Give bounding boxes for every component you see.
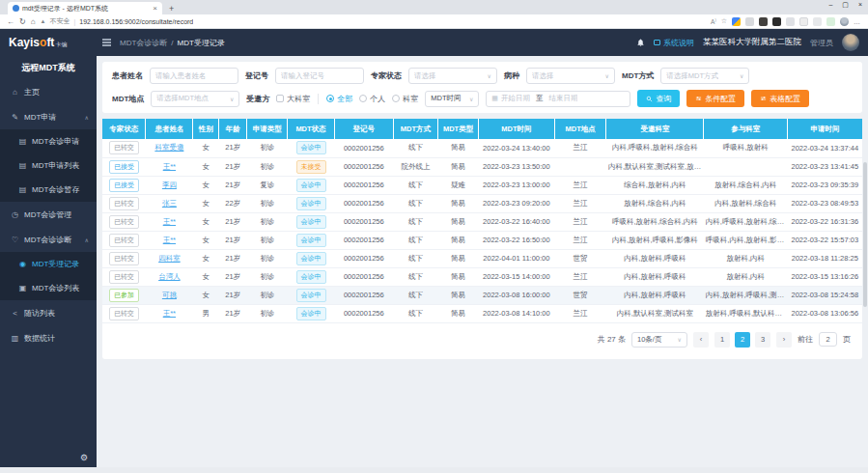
- page-button-2[interactable]: 2: [735, 332, 750, 348]
- favorite-star-icon[interactable]: ☆: [721, 17, 727, 25]
- user-avatar[interactable]: [842, 34, 859, 51]
- patient-name-link[interactable]: 王**: [163, 217, 176, 226]
- mdt-status-tag: 会诊中: [296, 234, 326, 247]
- mdt-place-select[interactable]: 请选择MDT地点∨: [151, 91, 239, 107]
- split-screen-icon[interactable]: [799, 17, 808, 26]
- table-row[interactable]: 已转交王**男21岁初诊会诊中0002001256线下简易2022-03-08 …: [102, 304, 862, 322]
- breadcrumb-current: MDT受理记录: [178, 38, 225, 48]
- system-help-link[interactable]: 系统说明: [654, 38, 694, 48]
- back-icon[interactable]: ←: [7, 17, 14, 26]
- scrollbar-thumb[interactable]: [863, 162, 867, 307]
- time-field-select[interactable]: MDT时间∨: [425, 91, 479, 107]
- goto-page-input[interactable]: [819, 332, 837, 347]
- extension-icon[interactable]: [732, 17, 741, 26]
- table-row[interactable]: 已转交科室受邀女21岁初诊会诊中0002001256线下简易2022-03-24…: [102, 139, 862, 157]
- page-size-select[interactable]: 10条/页∨: [631, 332, 687, 348]
- browser-essentials-icon[interactable]: [826, 17, 835, 26]
- table-row[interactable]: 已转交台湾人女21岁初诊会诊中0002001256线下简易2022-03-15 …: [102, 267, 862, 286]
- search-button[interactable]: 查询: [637, 90, 680, 107]
- bar-chart-icon: ▥: [11, 334, 19, 343]
- breadcrumb-parent[interactable]: MDT会诊诊断: [120, 38, 167, 48]
- table-row[interactable]: 已转交四科室女21岁初诊会诊中0002001256线下简易2022-04-01 …: [102, 249, 862, 267]
- extension-icon[interactable]: [745, 17, 754, 26]
- patient-name-link[interactable]: 四科室: [158, 254, 181, 263]
- sidebar-title: 远程MDT系统: [0, 56, 97, 79]
- sidebar-item-mdt-apply-list[interactable]: ▤ MDT申请列表: [0, 153, 97, 178]
- new-tab-button[interactable]: +: [169, 4, 174, 14]
- expert-status-badge: 已转交: [109, 307, 139, 320]
- patient-name-link[interactable]: 科室受邀: [154, 143, 183, 152]
- browser-tab[interactable]: mdt受理记录 - 远程MDT系统 ×: [8, 2, 162, 14]
- table-row[interactable]: 已转交张三女22岁初诊会诊中0002001256线下简易2022-03-23 0…: [102, 194, 862, 212]
- search-icon: [646, 96, 653, 102]
- security-label: 不安全: [50, 16, 70, 26]
- sidebar-item-follow-list[interactable]: < 随访列表: [0, 300, 97, 325]
- patient-name-link[interactable]: 台湾人: [158, 272, 181, 281]
- table-row[interactable]: 已接受李四女21岁复诊会诊中0002001256线下疑难2022-03-23 1…: [102, 176, 862, 194]
- patient-name-link[interactable]: 王**: [163, 309, 176, 318]
- tab-close-icon[interactable]: ×: [153, 4, 157, 13]
- table-config-button[interactable]: 表格配置: [751, 90, 809, 107]
- sidebar-item-mdt-consult-list[interactable]: ▣ MDT会诊列表: [0, 276, 97, 300]
- url-box[interactable]: ▲ 不安全 | 192.168.0.156:9002/consultate/re…: [41, 16, 706, 26]
- patient-name-link[interactable]: 王**: [163, 236, 176, 244]
- page-button-3[interactable]: 3: [755, 332, 770, 348]
- date-range-picker[interactable]: ▦ 开始日期 至 结束日期: [486, 91, 630, 107]
- radio-icon: [326, 95, 334, 102]
- sidebar-item-mdt-accept-record[interactable]: ◉ MDT受理记录: [0, 252, 97, 276]
- gear-icon[interactable]: ⚙: [80, 453, 88, 462]
- mdt-mode-select[interactable]: 请选择MDT方式∨: [660, 68, 749, 84]
- prev-page-button[interactable]: ‹: [693, 332, 709, 348]
- invitee-radio-person[interactable]: 个人: [359, 94, 385, 104]
- table-row[interactable]: 已转交王**女21岁初诊会诊中0002001256线下简易2022-03-22 …: [102, 231, 862, 249]
- table-row[interactable]: 已接受王**女21岁初诊未接受0002001256院外线上简易2022-03-2…: [102, 157, 862, 176]
- user-role: 管理员: [810, 38, 833, 48]
- browser-profile-avatar[interactable]: [840, 17, 849, 26]
- sidebar-item-mdt-manage[interactable]: ◷ MDT会诊管理: [0, 202, 97, 227]
- expert-status-badge: 已接受: [109, 160, 139, 174]
- window-minimize-button[interactable]: –: [828, 1, 832, 9]
- patient-name-link[interactable]: 王**: [163, 162, 176, 171]
- sidebar-group-mdt-diagnosis[interactable]: ♡ MDT会诊诊断 ∧: [0, 227, 97, 252]
- sidebar-collapse-icon[interactable]: [102, 39, 111, 46]
- next-page-button[interactable]: ›: [776, 332, 792, 348]
- radio-icon: [359, 95, 367, 102]
- invitee-radio-dept[interactable]: 科室: [392, 94, 418, 104]
- patient-name-input[interactable]: [150, 68, 238, 84]
- condition-config-button[interactable]: 条件配置: [686, 90, 744, 107]
- sidebar-item-mdt-consult-apply[interactable]: ▤ MDT会诊申请: [0, 129, 97, 153]
- sidebar-group-mdt-apply[interactable]: ✎ MDT申请 ∧: [0, 104, 97, 129]
- document-icon: [654, 40, 660, 45]
- sidebar-item-home[interactable]: ⌂ 主页: [0, 79, 97, 104]
- sidebar-item-data-stats[interactable]: ▥ 数据统计: [0, 325, 97, 350]
- bell-icon[interactable]: [636, 38, 645, 47]
- patient-name-link[interactable]: 李四: [162, 181, 177, 189]
- home-icon[interactable]: ⌂: [31, 17, 36, 26]
- big-dept-checkbox[interactable]: 大科室: [276, 94, 310, 104]
- extension-icon[interactable]: [786, 17, 795, 26]
- table-row[interactable]: 已转交王**女21岁初诊会诊中0002001256线下简易2022-03-22 …: [102, 212, 862, 231]
- disease-select[interactable]: 请选择∨: [526, 68, 615, 84]
- patient-name-link[interactable]: 可挑: [162, 291, 177, 299]
- expert-status-badge: 已转交: [109, 234, 139, 247]
- pagination: 共 27 条 10条/页∨ ‹ 123 › 前往 页: [102, 323, 862, 357]
- window-maximize-button[interactable]: ▢: [842, 1, 849, 9]
- chevron-down-icon: ∨: [469, 96, 473, 102]
- refresh-icon[interactable]: ↻: [19, 17, 26, 26]
- expert-status-select[interactable]: 请选择∨: [408, 68, 497, 84]
- chevron-down-icon: ∨: [678, 336, 682, 343]
- extension-icon[interactable]: [772, 17, 781, 26]
- table-row[interactable]: 已参加可挑女21岁初诊会诊中0002001256线下简易2022-03-08 1…: [102, 286, 862, 304]
- window-close-button[interactable]: ×: [858, 1, 862, 9]
- collections-icon[interactable]: [813, 17, 822, 26]
- invitee-radio-all[interactable]: 全部: [326, 94, 352, 104]
- read-aloud-icon[interactable]: A): [711, 17, 716, 25]
- reg-no-input[interactable]: [275, 68, 364, 84]
- sidebar-item-mdt-consult-draft[interactable]: ▤ MDT会诊暂存: [0, 178, 97, 202]
- warning-icon: ▲: [41, 18, 46, 24]
- extension-icon[interactable]: [759, 17, 768, 26]
- browser-menu-icon[interactable]: …: [854, 18, 861, 25]
- patient-name-link[interactable]: 张三: [162, 199, 177, 208]
- page-button-1[interactable]: 1: [714, 332, 730, 348]
- url-text: 192.168.0.156:9002/consultate/record: [79, 18, 193, 25]
